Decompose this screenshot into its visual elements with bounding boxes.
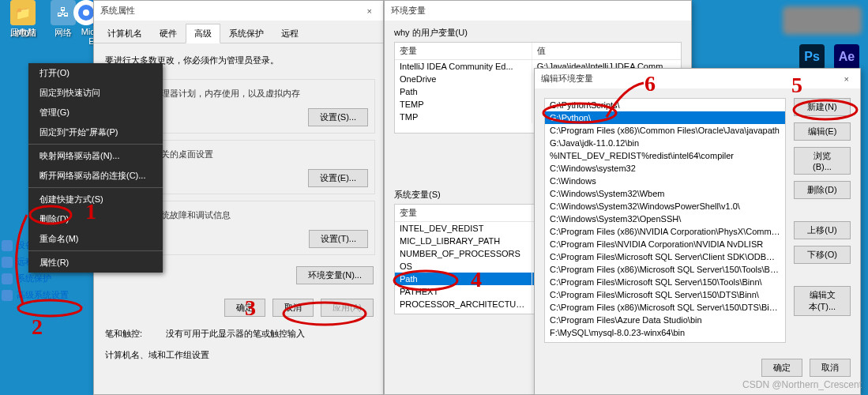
cancel-button[interactable]: 取消 [272,299,314,317]
path-entry[interactable]: C:\Windows\System32\Wbem [545,187,785,200]
path-entry[interactable]: C:\Program Files\Microsoft SQL Server\15… [545,288,785,301]
startup-settings-button[interactable]: 设置(T)... [309,230,368,248]
edit-env-dialog: 编辑环境变量 × G:\Python\Scripts\G:\Python\C:\… [534,68,861,395]
path-entry[interactable]: C:\Program Files\Azure Data Studio\bin [545,314,785,326]
apply-button[interactable]: 应用(A) [321,299,374,317]
dialog-footer: 确定 取消 应用(A) [94,292,383,323]
edit-buttons-column: 新建(N) 编辑(E) 浏览(B)... 删除(D) 上移(U) 下移(O) 编… [794,98,851,343]
user-vars-header: why 的用户变量(U) [394,27,682,39]
edit-ok-button[interactable]: 确定 [761,359,802,377]
up-button[interactable]: 上移(U) [794,221,851,239]
path-entry[interactable]: C:\Program Files (x86)\Microsoft SQL Ser… [545,301,785,314]
path-entry[interactable]: %INTEL_DEV_REDIST%redist\intel64\compile… [545,149,785,162]
path-entry[interactable]: C:\Program Files (x86)\Common Files\Orac… [545,124,785,137]
edit-text-button[interactable]: 编辑文本(T)... [794,286,851,316]
new-button[interactable]: 新建(N) [794,98,851,116]
tab-remote[interactable]: 远程 [272,24,307,43]
ok-button[interactable]: 确定 [224,299,265,317]
tab-bar: 计算机名 硬件 高级 系统保护 远程 [94,21,383,43]
tab-computer-name[interactable]: 计算机名 [99,24,151,43]
close-icon[interactable]: × [840,74,854,84]
path-entry[interactable]: C:\Program Files (x86)\Microsoft SQL Ser… [545,263,785,276]
close-icon[interactable]: × [363,6,377,16]
edit-button[interactable]: 编辑(E) [794,122,851,141]
context-menu-item[interactable]: 创建快捷方式(S) [28,190,163,209]
edit-title: 编辑环境变量 [541,73,593,85]
edit-cancel-button[interactable]: 取消 [810,359,851,377]
desktop-icon-ps[interactable]: Ps [792,44,832,71]
annotation-2: 2 [32,314,43,340]
path-entry[interactable]: C:\Windows\System32\OpenSSH\ [545,213,785,225]
context-menu-item[interactable]: 固定到快速访问 [28,83,163,103]
pen-touch-info: 笔和触控: 没有可用于此显示器的笔或触控输入 [94,323,383,344]
context-menu-item[interactable]: 删除(D) [28,209,163,229]
context-menu-item[interactable]: 重命名(M) [28,229,163,249]
watermark: CSDN @Northern_Crescent [742,379,862,390]
context-menu-item[interactable]: 属性(R) [28,253,163,273]
desktop-icon-ae[interactable]: Ae [827,44,866,71]
env-title: 环境变量 [391,5,426,17]
context-menu-item[interactable]: 映射网络驱动器(N)... [28,146,163,166]
tab-advanced[interactable]: 高级 [186,24,220,43]
blurred-area [783,6,862,35]
path-entry[interactable]: C:\Program Files (x86)\NVIDIA Corporatio… [545,225,785,238]
edit-body: G:\Python\Scripts\G:\Python\C:\Program F… [535,88,860,352]
edit-titlebar: 编辑环境变量 × [535,69,860,88]
path-entry[interactable]: C:\Program Files\NVIDIA Corporation\NVID… [545,238,785,250]
path-entry[interactable]: C:\Windows\system32 [545,162,785,175]
context-menu-item[interactable]: 打开(O) [28,63,163,83]
down-button[interactable]: 下移(O) [794,246,851,264]
perf-settings-button[interactable]: 设置(S)... [308,108,368,126]
tab-protection[interactable]: 系统保护 [220,24,272,43]
dialog-titlebar: 系统属性 × [94,1,383,21]
context-menu: 打开(O)固定到快速访问管理(G)固定到"开始"屏幕(P)映射网络驱动器(N).… [28,63,163,273]
path-entry[interactable]: C:\Windows\System32\WindowsPowerShell\v1… [545,200,785,213]
desktop-icon-folder[interactable]: 📁why [3,0,43,36]
browse-button[interactable]: 浏览(B)... [794,147,851,175]
sidebar-item-advanced[interactable]: 高级系统设置 [0,287,79,303]
context-menu-item[interactable]: 断开网络驱动器的连接(C)... [28,166,163,186]
path-entry[interactable]: F:\MySQL\mysql-8.0.23-winx64\bin [545,326,785,339]
env-variables-button[interactable]: 环境变量(N)... [296,266,374,284]
delete-button[interactable]: 删除(D) [794,181,851,199]
path-entry[interactable]: G:\Python\ [545,111,785,124]
context-menu-item[interactable]: 管理(G) [28,103,163,122]
path-entry[interactable]: G:\Java\jdk-11.0.12\bin [545,137,785,149]
context-menu-item[interactable]: 固定到"开始"屏幕(P) [28,122,163,142]
svg-point-1 [83,9,89,16]
path-entry[interactable]: G:\Python\Scripts\ [545,99,785,111]
computer-name-info: 计算机名、域和工作组设置 [94,344,383,366]
path-entry[interactable]: C:\Program Files\Microsoft SQL Server\15… [545,276,785,288]
dialog-title: 系统属性 [100,5,135,17]
tab-hardware[interactable]: 硬件 [151,24,186,43]
env-titlebar: 环境变量 [385,1,691,21]
profile-settings-button[interactable]: 设置(E)... [308,169,368,187]
sidebar-item-protect[interactable]: 系统保护 [0,270,79,287]
path-entry[interactable]: C:\Program Files\Microsoft SQL Server\Cl… [545,250,785,263]
path-entries-list[interactable]: G:\Python\Scripts\G:\Python\C:\Program F… [544,98,786,343]
path-entry[interactable]: C:\Windows [545,175,785,187]
